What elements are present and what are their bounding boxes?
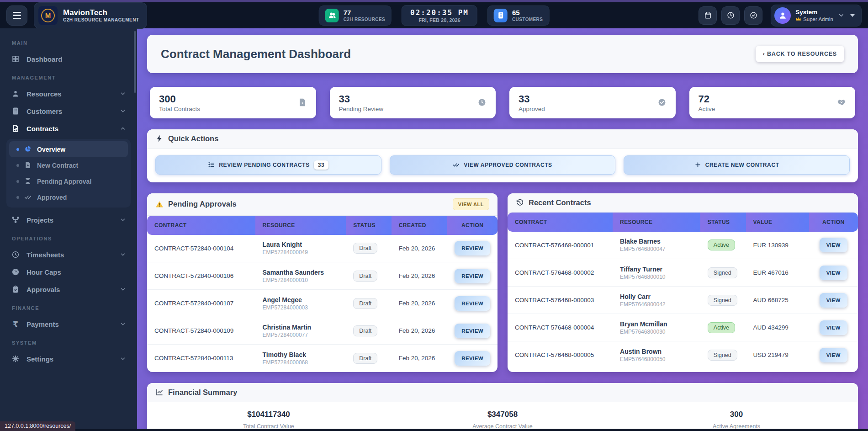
table-row: CONTRACT-572840-000113Timothy BlackEMP57… (147, 345, 498, 372)
status-cell: Signed (700, 259, 746, 287)
sidebar-item-label: Approvals (26, 286, 113, 293)
view-approved-contracts-button[interactable]: VIEW APPROVED CONTRACTS (390, 155, 616, 175)
resources-count-chip[interactable]: 77 C2H RESOURCES (319, 5, 392, 26)
contract-cell: CONTRACT-576468-000002 (508, 259, 613, 287)
quick-actions-body: REVIEW PENDING CONTRACTS 33 VIEW APPROVE… (147, 149, 858, 182)
view-button[interactable]: VIEW (820, 348, 847, 362)
sidebar-item-dashboard[interactable]: Dashboard (0, 50, 137, 68)
sidebar-item-settings[interactable]: Settings (0, 350, 137, 367)
review-button[interactable]: REVIEW (455, 269, 490, 283)
submenu-item-label: New Contract (37, 162, 78, 169)
column-header: CONTRACT (147, 216, 255, 235)
recent-contracts-table: CONTRACT RESOURCE STATUS VALUE ACTION CO… (508, 213, 858, 369)
resource-name: Bryan Mcmillan (620, 320, 693, 328)
column-header: STATUS (346, 216, 392, 235)
menu-toggle-button[interactable] (6, 5, 27, 26)
view-button[interactable]: VIEW (820, 266, 847, 280)
sidebar-item-resources[interactable]: Resources (0, 85, 137, 102)
sidebar-section-system: SYSTEM (0, 333, 137, 350)
sidebar-item-customers[interactable]: Customers (0, 102, 137, 120)
view-all-button[interactable]: VIEW ALL (453, 198, 489, 210)
sidebar: MAIN Dashboard MANAGEMENT Resources Cust… (0, 28, 137, 429)
status-cell: Signed (700, 341, 746, 369)
chevron-down-icon (120, 251, 126, 258)
sidebar-item-label: Settings (26, 355, 113, 363)
sidebar-item-approvals[interactable]: Approvals (0, 281, 137, 298)
topbar-center: 77 C2H RESOURCES 02:20:35 PM FRI, FEB 20… (319, 5, 550, 26)
sidebar-item-timesheets[interactable]: Timesheets (0, 246, 137, 263)
tables-row: Pending Approvals VIEW ALL CONTRACT RESO… (147, 193, 858, 372)
submenu-item-overview[interactable]: Overview (9, 141, 128, 157)
resource-name: Angel Mcgee (263, 296, 339, 303)
clipboard-check-icon (11, 285, 20, 293)
contract-cell: CONTRACT-576468-000005 (508, 341, 613, 369)
pie-chart-icon (24, 145, 32, 153)
stat-card-pending-review: 33 Pending Review (330, 87, 496, 118)
table-header: CONTRACT RESOURCE STATUS CREATED ACTION (147, 216, 498, 235)
column-header: STATUS (700, 213, 746, 232)
brand-subtitle: C2H RESOURCE MANAGEMENT (63, 17, 139, 22)
chevron-down-icon (120, 108, 126, 114)
resource-cell: Austin BrownEMP57646800050 (613, 341, 700, 369)
create-new-contract-button[interactable]: CREATE NEW CONTRACT (624, 155, 850, 175)
created-cell: Feb 20, 2026 (392, 317, 447, 345)
section-title-text: Financial Summary (168, 388, 237, 397)
submenu-item-new-contract[interactable]: New Contract (9, 157, 128, 173)
sidebar-item-hour-caps[interactable]: Hour Caps (0, 263, 137, 281)
status-badge: Draft (353, 325, 377, 336)
resource-cell: Blake BarnesEMP57646800047 (613, 232, 700, 259)
sidebar-section-finance: FINANCE (0, 298, 137, 315)
back-to-resources-button[interactable]: ‹ BACK TO RESOURCES (756, 46, 844, 62)
financial-item-average: $347058 Average Contract Value (386, 410, 619, 429)
status-badge: Active (708, 322, 735, 333)
stat-card-approved: 33 Approved (509, 87, 676, 118)
sidebar-item-projects[interactable]: Projects (0, 211, 137, 229)
check-double-icon (453, 161, 460, 168)
resource-emp-id: EMP57646800047 (620, 246, 693, 252)
review-button[interactable]: REVIEW (455, 241, 490, 255)
sidebar-item-label: Customers (26, 107, 113, 115)
warning-icon (155, 200, 164, 208)
view-button[interactable]: VIEW (820, 238, 847, 252)
resource-emp-id: EMP57284000068 (263, 359, 339, 366)
action-cell: VIEW (809, 287, 858, 314)
chevron-down-icon (838, 12, 845, 19)
bolt-icon (155, 134, 164, 143)
review-button[interactable]: REVIEW (455, 351, 490, 366)
submenu-item-approved[interactable]: Approved (9, 189, 128, 205)
resource-name: Holly Carr (620, 293, 693, 300)
brand[interactable]: M MavionTech C2H RESOURCE MANAGEMENT (34, 2, 147, 29)
status-cell: Draft (346, 345, 392, 372)
sidebar-item-payments[interactable]: ₹ Payments (0, 315, 137, 333)
review-button[interactable]: REVIEW (455, 324, 490, 338)
action-cell: REVIEW (447, 235, 498, 262)
check-circle-button[interactable] (744, 6, 762, 25)
sidebar-item-contracts[interactable]: Contracts (0, 120, 137, 137)
section-title-text: Pending Approvals (168, 200, 237, 208)
clock-button[interactable] (721, 6, 740, 25)
review-pending-contracts-button[interactable]: REVIEW PENDING CONTRACTS 33 (155, 155, 381, 175)
customers-count-label: CUSTOMERS (512, 17, 543, 22)
file-signature-icon (11, 124, 20, 133)
created-cell: Feb 20, 2026 (392, 262, 447, 290)
stat-value: 72 (699, 93, 715, 106)
review-button[interactable]: REVIEW (455, 296, 490, 311)
resource-cell: Holly CarrEMP57646800042 (613, 287, 700, 314)
view-button[interactable]: VIEW (820, 320, 847, 335)
quick-actions-title: Quick Actions (155, 134, 218, 143)
sidebar-scrollbar[interactable] (134, 31, 136, 93)
status-cell: Draft (346, 262, 392, 290)
customers-count-chip[interactable]: 65 CUSTOMERS (487, 5, 549, 26)
column-header: CREATED (392, 216, 447, 235)
resource-emp-id: EMP57284000077 (263, 332, 339, 338)
user-menu[interactable]: System Super Admin (771, 5, 862, 27)
status-badge: Draft (353, 243, 377, 254)
submenu-item-pending-approval[interactable]: Pending Approval (9, 173, 128, 189)
financial-value: 300 (619, 410, 853, 419)
table-row: CONTRACT-572840-000106Samantha SaundersE… (147, 262, 498, 290)
pending-approvals-card: Pending Approvals VIEW ALL CONTRACT RESO… (147, 193, 498, 372)
rupee-icon: ₹ (11, 320, 20, 328)
calendar-button[interactable] (699, 6, 717, 25)
resource-name: Christina Martin (263, 324, 339, 331)
view-button[interactable]: VIEW (820, 293, 847, 308)
